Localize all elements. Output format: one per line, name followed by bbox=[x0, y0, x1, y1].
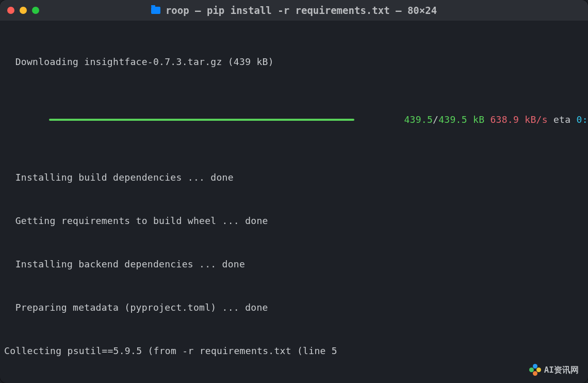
line: Downloading insightface-0.7.3.tar.gz (43… bbox=[15, 56, 274, 67]
watermark: AI资讯网 bbox=[530, 364, 579, 376]
line: Collecting psutil==5.9.5 (from -r requir… bbox=[4, 345, 337, 356]
window-title: roop — pip install -r requirements.txt —… bbox=[0, 5, 588, 16]
line: Preparing metadata (pyproject.toml) ... … bbox=[15, 302, 268, 313]
minimize-button[interactable] bbox=[20, 7, 27, 14]
close-button[interactable] bbox=[7, 7, 14, 14]
window-titlebar: roop — pip install -r requirements.txt —… bbox=[0, 0, 588, 21]
progress-row-insightface: 439.5/439.5 kB 638.9 kB/s eta 0:00:00 bbox=[4, 113, 584, 127]
folder-icon bbox=[151, 7, 160, 14]
watermark-text: AI资讯网 bbox=[544, 365, 579, 376]
terminal-window: roop — pip install -r requirements.txt —… bbox=[0, 0, 588, 383]
watermark-icon bbox=[530, 364, 541, 376]
line: Getting requirements to build wheel ... … bbox=[15, 215, 268, 226]
zoom-button[interactable] bbox=[32, 7, 39, 14]
dl-progress: 439.5 bbox=[404, 114, 433, 125]
traffic-lights bbox=[7, 7, 39, 14]
line: Installing backend dependencies ... done bbox=[15, 259, 245, 269]
line: Installing build dependencies ... done bbox=[15, 172, 234, 183]
window-title-text: roop — pip install -r requirements.txt —… bbox=[166, 5, 437, 16]
terminal-output[interactable]: Downloading insightface-0.7.3.tar.gz (43… bbox=[0, 21, 588, 383]
